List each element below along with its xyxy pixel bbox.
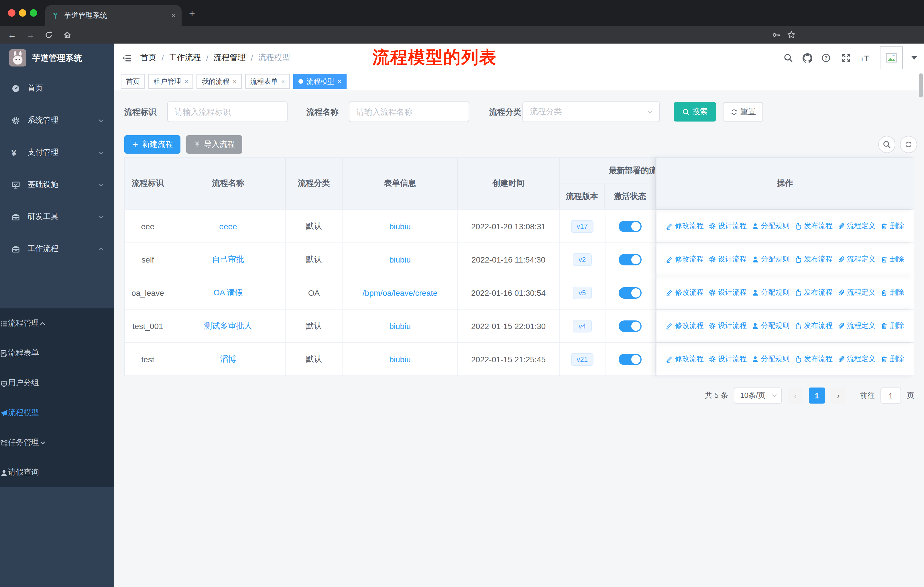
design-process-link[interactable]: 设计流程	[709, 255, 747, 264]
sidebar-item-process-manage[interactable]: 流程管理	[0, 308, 114, 338]
search-button[interactable]: 搜索	[674, 102, 716, 122]
home-icon[interactable]	[59, 26, 74, 43]
prev-page-button[interactable]: ‹	[788, 387, 803, 403]
sidebar-item-process-form[interactable]: 流程表单	[0, 338, 114, 368]
tag-process-model[interactable]: 流程模型×	[294, 74, 346, 89]
sidebar-item-infra[interactable]: 基础设施	[0, 169, 114, 201]
delete-link[interactable]: 删除	[881, 354, 904, 364]
assign-rule-link[interactable]: 分配规则	[752, 255, 790, 264]
assign-rule-link[interactable]: 分配规则	[752, 321, 790, 331]
close-icon[interactable]: ×	[233, 78, 237, 85]
model-name-link[interactable]: OA 请假	[213, 288, 243, 298]
publish-process-link[interactable]: 发布流程	[795, 321, 833, 331]
browser-tab[interactable]: 芋道管理系统 ×	[45, 5, 182, 26]
active-toggle[interactable]	[619, 287, 642, 298]
search-icon[interactable]	[779, 49, 797, 67]
sidebar-item-process-model[interactable]: 流程模型	[0, 398, 114, 428]
assign-rule-link[interactable]: 分配规则	[752, 221, 790, 231]
publish-process-link[interactable]: 发布流程	[795, 288, 833, 298]
tab-close-icon[interactable]: ×	[171, 12, 176, 20]
avatar[interactable]	[880, 46, 903, 69]
delete-link[interactable]: 删除	[881, 255, 904, 264]
form-link[interactable]: biubiu	[389, 355, 411, 364]
github-icon[interactable]	[798, 49, 816, 67]
form-link[interactable]: /bpm/oa/leave/create	[363, 288, 438, 297]
back-icon[interactable]: ←	[5, 26, 20, 43]
close-icon[interactable]: ×	[281, 78, 285, 85]
model-name-link[interactable]: 自己审批	[212, 254, 244, 265]
breadcrumb-workflow[interactable]: 工作流程	[169, 53, 201, 63]
app-logo[interactable]: 芋道管理系统	[0, 43, 114, 72]
edit-process-link[interactable]: 修改流程	[666, 354, 704, 364]
help-icon[interactable]	[817, 49, 835, 67]
design-process-link[interactable]: 设计流程	[709, 288, 747, 298]
form-link[interactable]: biubiu	[389, 222, 411, 231]
form-link[interactable]: biubiu	[389, 321, 411, 331]
new-tab-button[interactable]: +	[189, 8, 195, 19]
refresh-table-button[interactable]	[900, 136, 917, 153]
reload-icon[interactable]	[41, 26, 56, 43]
active-toggle[interactable]	[619, 354, 642, 365]
publish-process-link[interactable]: 发布流程	[795, 255, 833, 264]
sidebar-item-devtools[interactable]: 研发工具	[0, 201, 114, 233]
import-process-button[interactable]: 导入流程	[186, 135, 242, 154]
design-process-link[interactable]: 设计流程	[709, 321, 747, 331]
active-toggle[interactable]	[619, 220, 642, 232]
active-toggle[interactable]	[619, 320, 642, 332]
tag-process-form[interactable]: 流程表单×	[245, 74, 290, 89]
sidebar-item-leave-query[interactable]: 请假查询	[0, 458, 114, 487]
process-definition-link[interactable]: 流程定义	[838, 321, 876, 331]
window-minimize-button[interactable]	[19, 9, 26, 17]
form-link[interactable]: biubiu	[389, 255, 411, 264]
category-select[interactable]: 流程分类	[522, 101, 660, 122]
process-definition-link[interactable]: 流程定义	[838, 288, 876, 298]
tag-my-process[interactable]: 我的流程×	[197, 74, 242, 89]
current-page-button[interactable]: 1	[809, 387, 825, 403]
font-size-icon[interactable]	[856, 49, 875, 67]
delete-link[interactable]: 删除	[881, 221, 904, 231]
create-process-button[interactable]: 新建流程	[124, 135, 180, 154]
show-search-button[interactable]	[878, 136, 895, 153]
edit-process-link[interactable]: 修改流程	[666, 255, 704, 264]
scrollbar-thumb[interactable]	[919, 73, 923, 98]
goto-page-input[interactable]	[881, 387, 901, 403]
process-definition-link[interactable]: 流程定义	[838, 221, 876, 231]
sidebar-item-task-manage[interactable]: 任务管理	[0, 428, 114, 458]
active-toggle[interactable]	[619, 254, 642, 265]
sidebar-item-home[interactable]: 首页	[0, 72, 114, 104]
model-name-link[interactable]: eeee	[219, 222, 237, 231]
sidebar-item-workflow[interactable]: 工作流程	[0, 233, 114, 265]
reset-button[interactable]: 重置	[723, 102, 763, 122]
sidebar-item-pay[interactable]: ¥ 支付管理	[0, 136, 114, 169]
hamburger-icon[interactable]	[117, 49, 136, 67]
fullscreen-icon[interactable]	[837, 49, 855, 67]
edit-process-link[interactable]: 修改流程	[666, 288, 704, 298]
tag-home[interactable]: 首页	[121, 74, 145, 89]
breadcrumb-process-manage[interactable]: 流程管理	[214, 53, 246, 63]
breadcrumb-home[interactable]: 首页	[140, 53, 157, 63]
caret-down-icon[interactable]	[911, 56, 917, 60]
process-definition-link[interactable]: 流程定义	[838, 255, 876, 264]
bookmark-star-icon[interactable]	[784, 26, 799, 43]
delete-link[interactable]: 删除	[881, 288, 904, 298]
window-zoom-button[interactable]	[30, 9, 37, 17]
close-icon[interactable]: ×	[338, 78, 342, 85]
design-process-link[interactable]: 设计流程	[709, 221, 747, 231]
process-key-input[interactable]	[167, 101, 287, 122]
model-name-link[interactable]: 测试多审批人	[204, 321, 252, 331]
model-name-link[interactable]: 滔博	[220, 354, 236, 364]
sidebar-item-user-group[interactable]: 用户分组	[0, 368, 114, 398]
process-name-input[interactable]	[349, 101, 469, 122]
forward-icon[interactable]: →	[23, 26, 38, 43]
close-icon[interactable]: ×	[185, 78, 188, 85]
publish-process-link[interactable]: 发布流程	[795, 221, 833, 231]
tag-tenant[interactable]: 租户管理×	[148, 74, 193, 89]
page-size-select[interactable]: 10条/页	[734, 387, 782, 403]
window-close-button[interactable]	[8, 9, 15, 17]
next-page-button[interactable]: ›	[831, 387, 846, 403]
publish-process-link[interactable]: 发布流程	[795, 354, 833, 364]
process-definition-link[interactable]: 流程定义	[838, 354, 876, 364]
key-icon[interactable]	[769, 26, 784, 43]
design-process-link[interactable]: 设计流程	[709, 354, 747, 364]
sidebar-item-system[interactable]: 系统管理	[0, 104, 114, 136]
